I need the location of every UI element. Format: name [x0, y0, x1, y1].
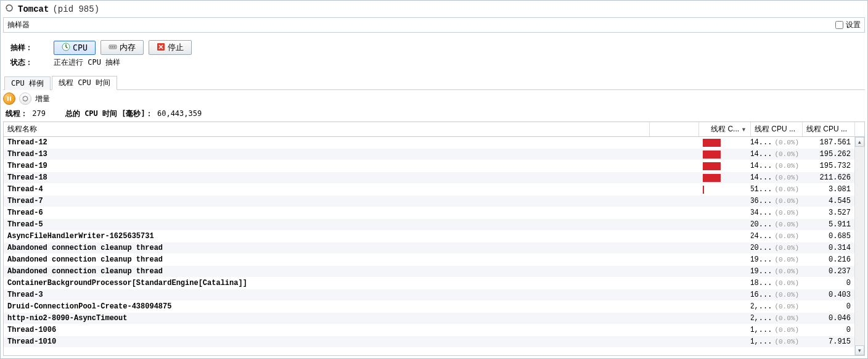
threads-value: 279	[32, 109, 46, 118]
table-row[interactable]: Druid-ConnectionPool-Create-4380948752,.…	[4, 301, 864, 313]
cell-thread-name: ContainerBackgroundProcessor[StandardEng…	[4, 279, 702, 287]
cell-thread-name: Thread-12	[4, 138, 702, 147]
threads-label: 线程：	[6, 109, 28, 118]
tab-thread-cpu-time[interactable]: 线程 CPU 时间	[52, 76, 117, 90]
status-text: 正在进行 CPU 抽样	[54, 57, 120, 68]
memory-button-label: 内存	[120, 42, 136, 53]
svg-rect-7	[10, 97, 11, 101]
pause-recording-icon[interactable]	[3, 93, 15, 105]
table-row[interactable]: Thread-520...(0.0%)5.911	[4, 219, 864, 231]
table-row[interactable]: Thread-1814...(0.0%)211.626	[4, 172, 864, 184]
app-name: Tomcat	[18, 4, 49, 14]
cell-bar	[702, 196, 751, 207]
cell-bar	[702, 290, 751, 300]
threads-summary: 线程： 279 总的 CPU 时间 [毫秒]： 60,443,359	[1, 105, 867, 122]
table-row[interactable]: Abandoned connection cleanup thread19...…	[4, 266, 864, 278]
table-row[interactable]: Thread-316...(0.0%)0.403	[4, 289, 864, 301]
cell-cpu-1: 16...(0.0%)	[751, 291, 803, 299]
stop-button-label: 停止	[168, 42, 184, 53]
cell-thread-name: Abandoned connection cleanup thread	[4, 244, 702, 252]
table-row[interactable]: Thread-1214...(0.0%)187.561	[4, 137, 864, 149]
cell-bar	[702, 149, 751, 160]
sample-label: 抽样：	[10, 43, 54, 53]
cell-cpu-1: 20...(0.0%)	[751, 220, 803, 229]
section-title: 抽样器	[7, 20, 30, 30]
refresh-icon	[4, 3, 18, 15]
cell-bar	[702, 161, 751, 171]
cell-bar	[702, 184, 751, 195]
cell-cpu-1: 1,...(0.0%)	[751, 337, 803, 346]
cell-thread-name: Thread-13	[4, 150, 702, 159]
table-row[interactable]: Thread-736...(0.0%)4.545	[4, 196, 864, 207]
cell-thread-name: AsyncFileHandlerWriter-1625635731	[4, 232, 702, 241]
svg-rect-6	[7, 97, 9, 101]
table-row[interactable]: Thread-10101,...(0.0%)7.915	[4, 336, 864, 348]
table-row[interactable]: Thread-10061,...(0.0%)0	[4, 324, 864, 336]
cell-cpu-3: 211.626	[803, 173, 854, 182]
scroll-up-icon[interactable]: ▴	[855, 137, 864, 147]
memory-icon	[108, 43, 117, 53]
cell-cpu-3: 195.262	[803, 150, 854, 159]
table-row[interactable]: Abandoned connection cleanup thread19...…	[4, 254, 864, 266]
table-row[interactable]: Thread-451...(0.0%)3.081	[4, 184, 864, 196]
table-row[interactable]: http-nio2-8090-AsyncTimeout2,...(0.0%)0.…	[4, 313, 864, 324]
stop-button[interactable]: 停止	[149, 40, 192, 55]
col-cpu-1[interactable]: 线程 C... ▼	[699, 122, 751, 136]
total-time-label: 总的 CPU 时间 [毫秒]：	[65, 109, 153, 118]
settings-toggle[interactable]: 设置	[835, 20, 861, 30]
threads-table: 线程名称 线程 C... ▼ 线程 CPU ... 线程 CPU ... Thr…	[3, 122, 865, 356]
cell-cpu-1: 14...(0.0%)	[751, 150, 803, 159]
app-window: Tomcat (pid 985) 抽样器 设置 抽样： CPU 内存	[0, 0, 868, 359]
cell-cpu-1: 51...(0.0%)	[751, 185, 803, 194]
header-scroll-gap	[854, 122, 864, 136]
cell-thread-name: Abandoned connection cleanup thread	[4, 255, 702, 264]
cell-cpu-1: 24...(0.0%)	[751, 232, 803, 241]
tab-cpu-samples[interactable]: CPU 样例	[4, 76, 51, 90]
col-bar[interactable]	[650, 122, 699, 136]
cell-thread-name: Abandoned connection cleanup thread	[4, 267, 702, 276]
titlebar: Tomcat (pid 985)	[1, 1, 867, 17]
cell-cpu-3: 0.237	[803, 267, 854, 276]
cell-thread-name: Thread-19	[4, 162, 702, 170]
table-row[interactable]: Thread-1314...(0.0%)195.262	[4, 149, 864, 160]
cell-cpu-3: 0.216	[803, 255, 854, 264]
table-row[interactable]: Thread-634...(0.0%)3.527	[4, 207, 864, 219]
cell-cpu-3: 0.685	[803, 232, 854, 241]
cell-cpu-3: 4.545	[803, 197, 854, 205]
table-row[interactable]: AsyncFileHandlerWriter-162563573124...(0…	[4, 231, 864, 242]
pid-text: (pid 985)	[52, 4, 99, 14]
col-cpu-3[interactable]: 线程 CPU ...	[803, 122, 854, 136]
cell-thread-name: http-nio2-8090-AsyncTimeout	[4, 314, 702, 323]
cell-bar	[702, 208, 751, 218]
scroll-down-icon[interactable]: ▾	[855, 345, 864, 355]
cell-cpu-3: 0.403	[803, 291, 854, 299]
cell-bar	[702, 278, 751, 289]
col-thread-name[interactable]: 线程名称	[4, 122, 650, 136]
cell-bar	[702, 231, 751, 242]
memory-button[interactable]: 内存	[100, 40, 144, 55]
table-row[interactable]: Abandoned connection cleanup thread20...…	[4, 242, 864, 254]
col-cpu-2[interactable]: 线程 CPU ...	[751, 122, 803, 136]
cell-cpu-3: 3.527	[803, 208, 854, 217]
scrollbar[interactable]: ▴ ▾	[854, 137, 864, 355]
cell-cpu-3: 195.732	[803, 162, 854, 170]
cell-thread-name: Thread-18	[4, 173, 702, 182]
sort-desc-icon: ▼	[741, 126, 747, 133]
cell-cpu-1: 1,...(0.0%)	[751, 326, 803, 334]
cpu-button[interactable]: CPU	[54, 41, 96, 55]
cell-thread-name: Thread-3	[4, 291, 702, 299]
table-row[interactable]: Thread-1914...(0.0%)195.732	[4, 160, 864, 172]
cell-cpu-1: 14...(0.0%)	[751, 138, 803, 147]
settings-label: 设置	[846, 20, 861, 30]
cell-cpu-3: 0.046	[803, 314, 854, 323]
table-row[interactable]: ContainerBackgroundProcessor[StandardEng…	[4, 278, 864, 289]
refresh-now-icon[interactable]	[19, 93, 31, 105]
cell-thread-name: Thread-7	[4, 197, 702, 205]
cell-bar	[702, 313, 751, 324]
tab-toolbar: 增量	[3, 93, 865, 105]
settings-checkbox[interactable]	[835, 21, 843, 29]
controls: 抽样： CPU 内存 停止 状态： 正在进行 CP	[1, 33, 867, 73]
cell-cpu-1: 14...(0.0%)	[751, 162, 803, 170]
cell-bar	[702, 325, 751, 336]
cell-bar	[702, 266, 751, 277]
